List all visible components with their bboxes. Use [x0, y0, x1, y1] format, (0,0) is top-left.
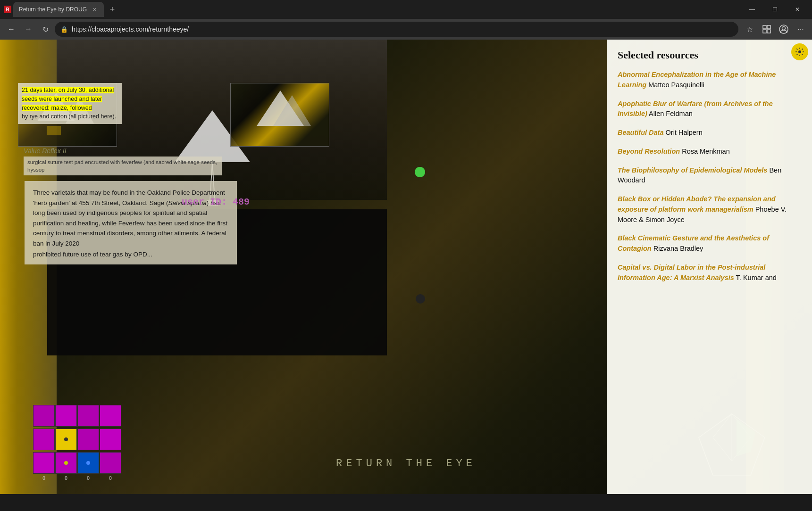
browser-chrome: R Return the Eye by DROUG ✕ + — ☐ ✕ ← → …	[0, 0, 812, 40]
color-cell-1-3[interactable]	[100, 429, 121, 450]
resource-item-4[interactable]: The Biophilosophy of Epidemiological Mod…	[618, 165, 803, 186]
title-bar: R Return the Eye by DROUG ✕ + — ☐ ✕	[0, 0, 812, 19]
resource-title-4: The Biophilosophy of Epidemiological Mod…	[618, 166, 767, 174]
back-button[interactable]: ←	[4, 22, 19, 37]
resource-item-3[interactable]: Beyond Resolution Rosa Menkman	[618, 147, 803, 157]
svg-rect-5	[767, 30, 770, 33]
selected-resources-title: Selected resources	[618, 49, 803, 61]
forward-button[interactable]: →	[21, 22, 36, 37]
svg-rect-3	[767, 25, 770, 29]
text-overlay-top: 21 days later, on July 30, additional se…	[18, 83, 122, 124]
url-text: https://cloacaprojects.com/returntheeye/	[72, 25, 733, 33]
toolbar-actions: ☆ ···	[742, 22, 808, 37]
color-cell-0-2[interactable]	[77, 405, 99, 427]
resource-item-5[interactable]: Black Box or Hidden Abode? The expansion…	[618, 194, 803, 225]
resource-title-2: Beautiful Data	[618, 129, 664, 136]
more-options-button[interactable]: ···	[793, 22, 808, 37]
color-label-2: 0	[77, 476, 99, 481]
resource-title-1: Apophatic Blur of Warfare (from Archives…	[618, 100, 773, 118]
resource-title-5: Black Box or Hidden Abode? The expansion…	[618, 195, 776, 213]
svg-rect-4	[763, 30, 766, 33]
green-indicator	[415, 167, 425, 177]
color-cell-1-2[interactable]	[77, 429, 99, 450]
tab-favicon: R	[4, 6, 11, 13]
main-text-overlay: Three varietals that may be found in the…	[25, 181, 237, 264]
settings-badge[interactable]	[791, 43, 808, 60]
color-grid-widget: 0 0 0 0	[33, 405, 121, 481]
return-eye-title: RETURN THE EYE	[336, 458, 476, 470]
resource-title-3: Beyond Resolution	[618, 148, 680, 155]
selected-resources-panel: Selected resources Abnormal Encephalizat…	[607, 40, 812, 494]
close-button[interactable]: ✕	[787, 2, 808, 17]
color-cell-2-0[interactable]	[33, 452, 55, 474]
color-cell-2-3[interactable]	[100, 452, 121, 474]
color-cell-0-1[interactable]	[55, 405, 77, 427]
color-cell-0-3[interactable]	[100, 405, 121, 427]
color-cell-0-0[interactable]	[33, 405, 55, 427]
collections-icon[interactable]	[759, 22, 774, 37]
svg-point-22	[798, 50, 801, 53]
lock-icon: 🔒	[60, 26, 68, 33]
svg-rect-14	[47, 126, 61, 135]
dark-indicator	[416, 294, 425, 304]
color-label-1: 0	[55, 476, 77, 481]
user-id-display: user ID: 489	[182, 197, 250, 207]
color-cell-1-1-yellow[interactable]	[55, 429, 77, 450]
resource-item-1[interactable]: Apophatic Blur of Warfare (from Archives…	[618, 99, 803, 120]
color-cell-1-0[interactable]	[33, 429, 55, 450]
resource-item-0[interactable]: Abnormal Encephalization in the Age of M…	[618, 70, 803, 91]
color-cell-2-1[interactable]	[55, 452, 77, 474]
color-cell-2-2-blue[interactable]	[77, 452, 99, 474]
resource-item-6[interactable]: Black Cinematic Gesture and the Aestheti…	[618, 233, 803, 254]
tab-close-button[interactable]: ✕	[91, 6, 98, 13]
new-tab-button[interactable]: +	[106, 3, 119, 16]
page-content-area: 21 days later, on July 30, additional se…	[0, 40, 812, 494]
color-label-3: 0	[100, 476, 121, 481]
highlighted-text-1: 21 days later, on July 30, additional se…	[22, 87, 114, 111]
favorites-icon[interactable]: ☆	[742, 22, 757, 37]
tab-title: Return the Eye by DROUG	[19, 6, 87, 13]
value-reflex-label: Value Reflex II	[24, 147, 67, 155]
refresh-button[interactable]: ↻	[38, 22, 53, 37]
resource-item-7[interactable]: Capital vs. Digital Labor in the Post-in…	[618, 263, 803, 283]
color-label-0: 0	[33, 476, 55, 481]
active-tab[interactable]: Return the Eye by DROUG ✕	[13, 2, 104, 17]
svg-point-7	[782, 27, 786, 30]
window-controls: — ☐ ✕	[741, 2, 808, 17]
svg-text:R: R	[6, 7, 9, 12]
thumbnail-image-right	[230, 83, 329, 147]
maximize-button[interactable]: ☐	[764, 2, 786, 17]
minimize-button[interactable]: —	[741, 2, 763, 17]
resource-item-2[interactable]: Beautiful Data Orit Halpern	[618, 128, 803, 138]
surgical-text-overlay: surgical suture test pad encrusted with …	[24, 157, 222, 175]
navigation-toolbar: ← → ↻ 🔒 https://cloacaprojects.com/retur…	[0, 19, 812, 40]
account-icon[interactable]	[776, 22, 791, 37]
address-bar[interactable]: 🔒 https://cloacaprojects.com/returntheey…	[55, 22, 738, 37]
svg-rect-2	[763, 25, 766, 29]
